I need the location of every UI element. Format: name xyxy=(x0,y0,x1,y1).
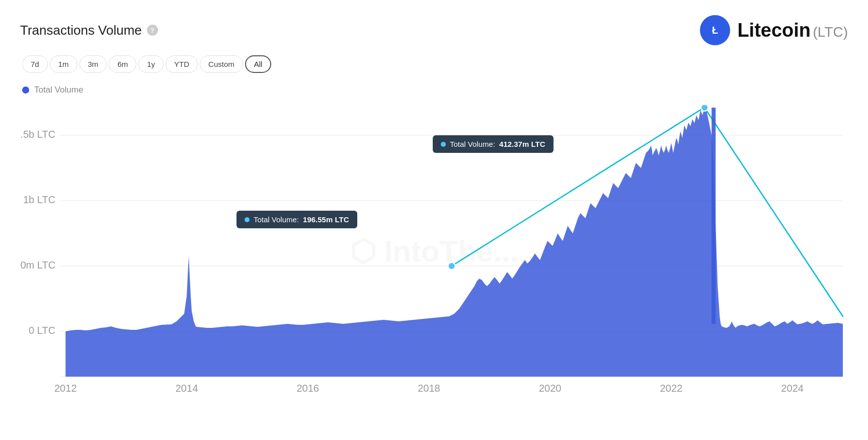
svg-point-21 xyxy=(701,105,708,111)
tooltip-value-1: 412.37m LTC xyxy=(499,140,545,148)
legend: Total Volume xyxy=(22,85,848,95)
tooltip-dot-2 xyxy=(245,217,250,222)
filter-1y[interactable]: 1y xyxy=(138,55,164,73)
svg-text:2022: 2022 xyxy=(660,383,683,394)
legend-label-total-volume: Total Volume xyxy=(34,85,83,95)
svg-point-22 xyxy=(448,262,455,270)
brand-name: Litecoin (LTC) xyxy=(737,20,848,41)
filter-bar: 7d 1m 3m 6m 1y YTD Custom All xyxy=(22,55,848,73)
tooltip-value-2: 196.55m LTC xyxy=(303,215,349,224)
svg-text:2024: 2024 xyxy=(781,383,804,394)
svg-rect-20 xyxy=(712,108,716,324)
svg-text:500m LTC: 500m LTC xyxy=(20,259,55,271)
filter-1m[interactable]: 1m xyxy=(50,55,77,73)
svg-text:Ł: Ł xyxy=(712,25,718,36)
tooltip-mid: Total Volume: 196.55m LTC xyxy=(236,211,357,228)
ltc-logo-icon: Ł xyxy=(700,15,730,45)
svg-text:0 LTC: 0 LTC xyxy=(29,325,55,336)
tooltip-prefix-2: Total Volume: xyxy=(254,215,299,224)
filter-6m[interactable]: 6m xyxy=(109,55,136,73)
header: Transactions Volume ? Ł Litecoin (LTC) xyxy=(20,15,848,45)
tooltip-dot-1 xyxy=(441,142,446,147)
filter-custom[interactable]: Custom xyxy=(200,55,243,73)
title-area: Transactions Volume ? xyxy=(20,23,158,38)
tooltip-prefix-1: Total Volume: xyxy=(450,140,495,148)
svg-line-19 xyxy=(704,108,843,316)
svg-text:2018: 2018 xyxy=(418,383,440,394)
filter-3m[interactable]: 3m xyxy=(80,55,107,73)
svg-text:1.5b LTC: 1.5b LTC xyxy=(20,129,55,140)
svg-text:2020: 2020 xyxy=(539,383,562,394)
tooltip-high: Total Volume: 412.37m LTC xyxy=(433,135,554,153)
page-title: Transactions Volume xyxy=(20,23,142,38)
filter-7d[interactable]: 7d xyxy=(22,55,48,73)
svg-text:2014: 2014 xyxy=(176,383,198,394)
svg-text:2012: 2012 xyxy=(54,383,77,394)
svg-text:1b LTC: 1b LTC xyxy=(23,194,55,205)
legend-dot-total-volume xyxy=(22,86,29,94)
filter-all[interactable]: All xyxy=(245,55,272,73)
chart-area: ⬡ IntoThe... .grid-line { stroke: #e8e8e… xyxy=(20,105,848,397)
svg-text:2016: 2016 xyxy=(296,383,319,394)
brand-area: Ł Litecoin (LTC) xyxy=(700,15,848,45)
help-icon[interactable]: ? xyxy=(147,25,158,36)
filter-ytd[interactable]: YTD xyxy=(166,55,198,73)
